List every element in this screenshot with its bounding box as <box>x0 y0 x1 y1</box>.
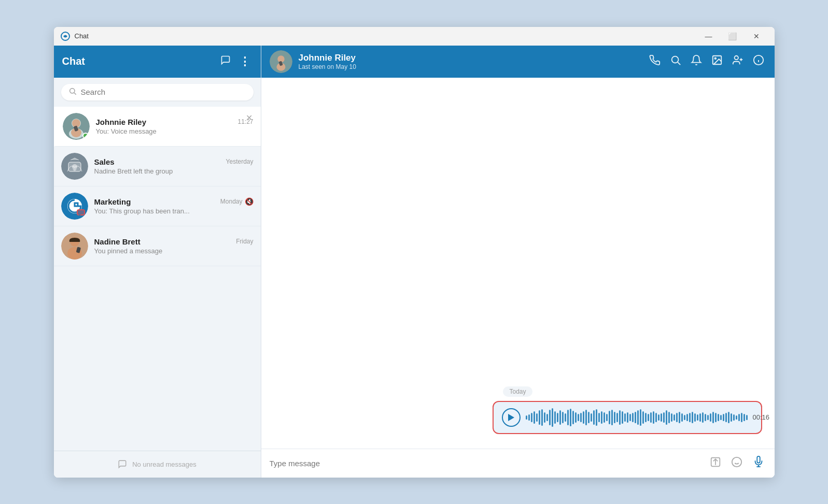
date-divider: Today <box>274 386 762 396</box>
close-button[interactable]: ✕ <box>745 27 768 46</box>
chat-name: Sales <box>94 157 115 166</box>
search-icon <box>68 87 77 97</box>
sidebar-title: Chat <box>62 55 218 67</box>
chat-info-nadine: Nadine Brett Friday You pinned a message <box>94 237 254 255</box>
more-options-button[interactable]: ⋮ <box>237 53 252 70</box>
play-button[interactable] <box>502 408 521 427</box>
close-chat-button[interactable]: ✕ <box>245 112 254 124</box>
microphone-button[interactable] <box>751 454 766 472</box>
avatar-sales <box>61 153 88 180</box>
avatar-marketing <box>61 193 88 220</box>
title-bar: Chat — ⬜ ✕ <box>54 27 775 46</box>
minimize-button[interactable]: — <box>697 27 721 46</box>
chat-main: Johnnie Riley Last seen on May 10 <box>261 46 775 478</box>
search-input[interactable] <box>81 88 246 96</box>
chat-time: Yesterday <box>226 158 254 165</box>
chat-header-info: Johnnie Riley Last seen on May 10 <box>299 53 641 70</box>
mute-icon: 🔇 <box>245 197 254 206</box>
info-button[interactable] <box>751 52 766 70</box>
svg-point-23 <box>671 56 678 63</box>
online-indicator <box>82 133 89 139</box>
chat-time: Monday 🔇 <box>220 197 254 206</box>
chat-preview: You: Voice message <box>96 127 254 135</box>
sidebar-header-icons: ⋮ <box>218 53 252 70</box>
maximize-button[interactable]: ⬜ <box>721 27 745 46</box>
chat-name: Johnnie Riley <box>96 118 147 126</box>
chat-name: Marketing <box>94 197 131 206</box>
svg-point-36 <box>732 457 741 466</box>
chat-list: Johnnie Riley 11:27 You: Voice message ✕ <box>54 107 261 451</box>
chat-header-actions <box>647 52 766 70</box>
waveform <box>526 408 748 427</box>
add-user-button[interactable] <box>730 52 746 70</box>
avatar-nadine <box>61 233 88 260</box>
attachment-button[interactable] <box>708 455 723 472</box>
voice-message-bubble: 00:16 11:27 ✓ <box>493 401 762 434</box>
svg-point-1 <box>69 88 74 93</box>
compose-button[interactable] <box>218 53 233 70</box>
svg-line-2 <box>74 93 76 95</box>
avatar-johnnie <box>63 113 90 140</box>
sidebar-header: Chat ⋮ <box>54 46 261 78</box>
chat-input-bar <box>261 449 775 478</box>
chat-item-nadine[interactable]: Nadine Brett Friday You pinned a message <box>54 226 261 266</box>
chat-header-status: Last seen on May 10 <box>299 63 641 70</box>
svg-point-27 <box>734 56 738 60</box>
chat-name: Nadine Brett <box>94 237 141 246</box>
notifications-button[interactable] <box>689 52 704 70</box>
svg-line-24 <box>678 62 680 65</box>
message-input[interactable] <box>270 459 702 468</box>
gallery-button[interactable] <box>709 52 725 70</box>
chat-header-name: Johnnie Riley <box>299 53 641 63</box>
chat-info-marketing: Marketing Monday 🔇 You: This group has b… <box>94 197 254 215</box>
chat-item-marketing[interactable]: Marketing Monday 🔇 You: This group has b… <box>54 186 261 226</box>
emoji-button[interactable] <box>729 454 745 472</box>
chat-messages: Today 00:16 11:27 ✓ <box>261 78 775 449</box>
footer-text: No unread messages <box>132 460 197 468</box>
search-bar <box>54 78 261 107</box>
chat-header-avatar <box>270 50 292 73</box>
voice-duration: 00:16 <box>753 413 770 421</box>
chat-preview: You: This group has been tran... <box>94 207 254 215</box>
chat-preview: You pinned a message <box>94 247 254 255</box>
chat-item-johnnie-riley[interactable]: Johnnie Riley 11:27 You: Voice message ✕ <box>54 107 261 147</box>
svg-point-11 <box>72 164 77 169</box>
chat-info-johnnie: Johnnie Riley 11:27 You: Voice message <box>96 118 254 135</box>
search-button[interactable] <box>668 52 683 70</box>
title-bar-text: Chat <box>75 32 697 40</box>
chat-preview: Nadine Brett left the group <box>94 167 254 175</box>
sidebar-footer: No unread messages <box>54 451 261 478</box>
chat-info-sales: Sales Yesterday Nadine Brett left the gr… <box>94 157 254 175</box>
chat-time: Friday <box>236 238 253 245</box>
footer-message-icon <box>118 459 127 469</box>
chat-header: Johnnie Riley Last seen on May 10 <box>261 46 775 78</box>
svg-point-26 <box>714 57 716 59</box>
chat-item-sales[interactable]: Sales Yesterday Nadine Brett left the gr… <box>54 147 261 186</box>
svg-marker-33 <box>508 414 514 421</box>
sidebar: Chat ⋮ <box>54 46 261 478</box>
title-bar-controls: — ⬜ ✕ <box>697 27 768 46</box>
search-input-wrap <box>61 84 254 100</box>
app-logo <box>60 31 71 41</box>
phone-button[interactable] <box>647 52 663 70</box>
